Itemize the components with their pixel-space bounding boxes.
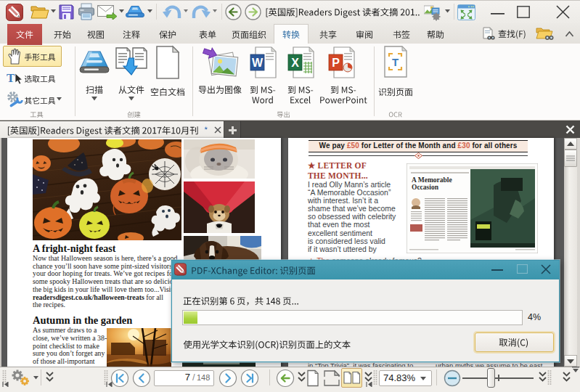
svg-text:W: W bbox=[252, 57, 264, 69]
svg-text:T: T bbox=[392, 56, 399, 68]
svg-text:Occasion: Occasion bbox=[412, 184, 439, 191]
svg-text:A Memorable: A Memorable bbox=[412, 176, 452, 184]
svg-text:X: X bbox=[291, 57, 299, 69]
svg-text:P: P bbox=[332, 57, 340, 69]
svg-text:T: T bbox=[7, 71, 15, 85]
